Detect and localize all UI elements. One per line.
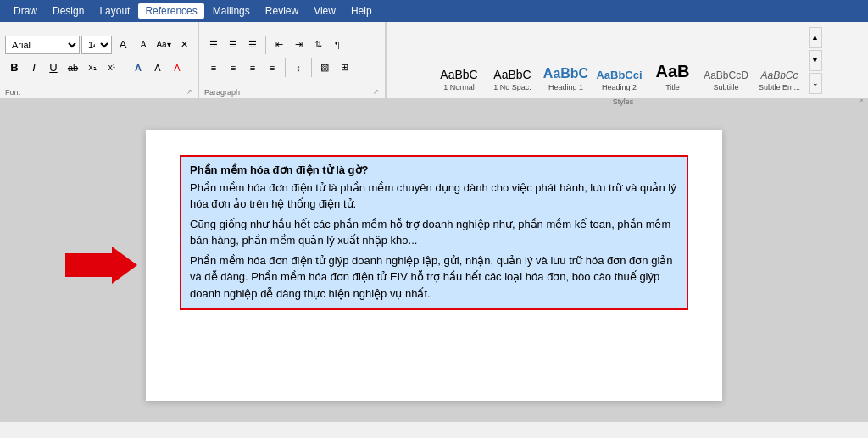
doc-wrapper: Phần mềm hóa đơn điện tử là gờ? Phần mềm… [146,116,722,413]
strikethrough-btn[interactable]: ab [64,58,82,77]
style-heading1[interactable]: AaBbC Heading 1 [540,25,593,95]
font-group-label: Font [5,88,20,97]
styles-group-expand[interactable]: ↗ [856,97,865,105]
para-group-expand[interactable]: ↗ [371,87,380,96]
grow-font-btn[interactable]: A [114,36,132,54]
sep3 [285,58,286,77]
font-group-content: Arial 14 A A Aa▾ ✕ B I U ab [5,25,193,86]
justify-btn[interactable]: ≡ [263,58,281,77]
style-heading2-preview: AaBbCci [596,69,642,81]
styles-scroll-up[interactable]: ▲ [809,27,822,48]
styles-items: AaBbC 1 Normal AaBbC 1 No Spac. AaBbC He… [433,25,822,95]
shrink-font-btn[interactable]: A [134,36,153,54]
shading-btn[interactable]: ▧ [315,58,334,77]
ribbon: Arial 14 A A Aa▾ ✕ B I U ab [0,22,868,99]
doc-para-2: Cũng giống như hầu hết các phần mềm hỗ t… [190,216,678,249]
para-row2: ≡ ≡ ≡ ≡ ↕ ▧ ⊞ [204,58,353,77]
font-row1: Arial 14 A A Aa▾ ✕ [5,36,193,54]
bold-btn[interactable]: B [5,58,24,77]
font-name-selector[interactable]: Arial [5,36,80,54]
style-subtitle[interactable]: AaBbCcD Subtitle [700,25,753,95]
style-no-spacing-preview: AaBbC [493,68,531,81]
styles-panel: AaBbC 1 Normal AaBbC 1 No Spac. AaBbC He… [386,22,868,98]
font-group: Arial 14 A A Aa▾ ✕ B I U ab [0,22,199,98]
highlight-btn[interactable]: A [148,58,167,77]
style-normal-label: 1 Normal [443,84,475,92]
borders-btn[interactable]: ⊞ [335,58,353,77]
align-left-btn[interactable]: ≡ [204,58,223,77]
menu-references[interactable]: References [138,3,203,19]
menu-layout[interactable]: Layout [92,3,136,19]
decrease-indent-btn[interactable]: ⇤ [270,36,288,54]
numbering-btn[interactable]: ☰ [224,36,242,54]
document-area: Phần mềm hóa đơn điện tử là gờ? Phần mềm… [0,99,868,422]
style-no-spacing-label: 1 No Spac. [493,84,531,92]
styles-group-label: Styles [390,97,856,106]
menu-mailings[interactable]: Mailings [206,3,257,19]
style-subtle-em-label: Subtle Em... [759,84,800,92]
superscript-btn[interactable]: x¹ [103,58,121,77]
style-subtle-em[interactable]: AaBbCc Subtle Em... [754,25,806,95]
style-title-label: Title [665,84,680,92]
paragraph-group-label: Paragraph [204,88,240,97]
font-color-btn[interactable]: A [168,58,186,77]
sep1 [125,58,125,77]
menu-review[interactable]: Review [259,3,305,19]
red-arrow [65,247,137,284]
style-subtitle-label: Subtitle [713,84,738,92]
selected-text-area[interactable]: Phần mềm hóa đơn điện tử là gờ? Phần mềm… [180,155,688,311]
doc-para-3: Phần mềm hóa đơn điện tử giýp doanh nghi… [190,252,678,302]
align-right-btn[interactable]: ≡ [243,58,262,77]
style-heading1-preview: AaBbC [543,66,588,81]
sep2 [265,36,266,54]
increase-indent-btn[interactable]: ⇥ [289,36,308,54]
text-effects-btn[interactable]: A [129,58,147,77]
multilevel-btn[interactable]: ☰ [243,36,262,54]
change-case-btn[interactable]: Aa▾ [154,36,173,54]
doc-para-1: Phần mềm hóa đơn điện tử là phần mềm chu… [190,180,678,213]
font-row2: B I U ab x₁ x¹ A A A [5,58,193,77]
style-title[interactable]: AaB Title [647,25,699,95]
style-normal[interactable]: AaBbC 1 Normal [433,25,486,95]
font-size-selector[interactable]: 14 [81,36,112,54]
menu-design[interactable]: Design [46,3,91,19]
style-subtle-em-preview: AaBbCc [760,69,798,81]
arrow-body [65,253,112,277]
sort-btn[interactable]: ⇅ [309,36,327,54]
styles-expand[interactable]: ⌄ [809,73,822,94]
sep4 [311,58,312,77]
style-heading2[interactable]: AaBbCci Heading 2 [593,25,646,95]
paragraph-group: ☰ ☰ ☰ ⇤ ⇥ ⇅ ¶ ≡ ≡ ≡ ≡ [199,22,386,98]
underline-btn[interactable]: U [44,58,63,77]
menu-help[interactable]: Help [344,3,379,19]
styles-scroll-down[interactable]: ▼ [809,50,822,71]
menu-view[interactable]: View [307,3,342,19]
italic-btn[interactable]: I [25,58,43,77]
clear-format-btn[interactable]: ✕ [175,36,193,54]
style-no-spacing[interactable]: AaBbC 1 No Spac. [487,25,539,95]
doc-page: Phần mềm hóa đơn điện tử là gờ? Phần mềm… [146,130,722,401]
line-spacing-btn[interactable]: ↕ [289,58,308,77]
menu-draw[interactable]: Draw [7,3,44,19]
font-group-expand[interactable]: ↗ [185,87,193,96]
style-subtitle-preview: AaBbCcD [704,69,748,81]
styles-scroll: ▲ ▼ ⌄ [809,27,822,94]
para-row1: ☰ ☰ ☰ ⇤ ⇥ ⇅ ¶ [204,36,353,54]
arrow-head [112,247,137,284]
style-heading2-label: Heading 2 [602,84,637,92]
style-title-preview: AaB [655,62,689,81]
bullets-btn[interactable]: ☰ [204,36,223,54]
show-marks-btn[interactable]: ¶ [328,36,347,54]
styles-footer: Styles ↗ [390,96,865,106]
ribbon-main: Arial 14 A A Aa▾ ✕ B I U ab [0,22,868,98]
paragraph-group-content: ☰ ☰ ☰ ⇤ ⇥ ⇅ ¶ ≡ ≡ ≡ ≡ [204,25,380,86]
doc-heading: Phần mềm hóa đơn điện tử là gờ? [190,164,678,176]
style-normal-preview: AaBbC [440,68,477,81]
subscript-btn[interactable]: x₁ [83,58,102,77]
style-heading1-label: Heading 1 [548,84,583,92]
align-center-btn[interactable]: ≡ [224,58,242,77]
menu-bar: Draw Design Layout References Mailings R… [0,0,868,22]
